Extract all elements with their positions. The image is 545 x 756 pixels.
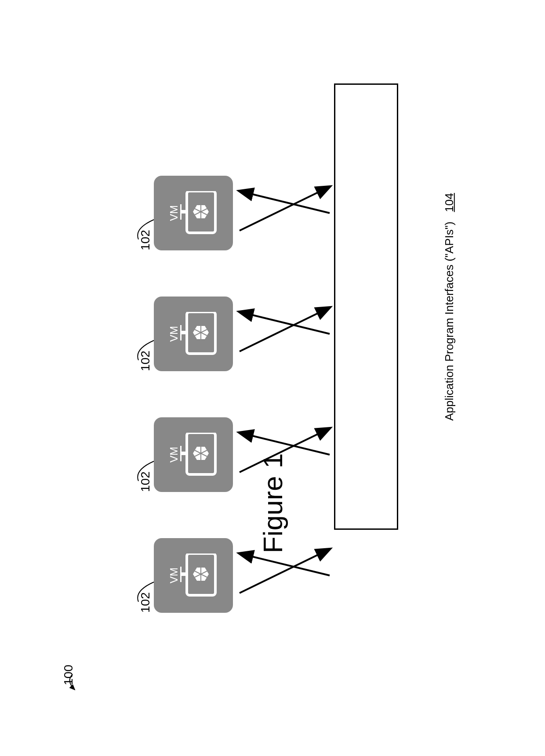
- vm-ref-label-3: 102: [138, 351, 153, 371]
- vm-ref-label-4: 102: [138, 230, 153, 250]
- svg-line-36: [240, 312, 330, 334]
- vm-node-3: VM: [154, 297, 233, 371]
- svg-line-38: [240, 191, 330, 213]
- vm-ref-label-2: 102: [138, 471, 153, 492]
- monitor-icon: [180, 312, 222, 356]
- svg-line-31: [240, 549, 330, 593]
- figure-caption: Figure 1: [257, 453, 288, 553]
- svg-line-32: [240, 553, 330, 575]
- vm-ref-label-1: 102: [138, 592, 153, 613]
- vm-node-4: VM: [154, 176, 233, 250]
- svg-line-37: [240, 187, 330, 231]
- vm-label: VM: [168, 447, 180, 463]
- vm-label: VM: [168, 326, 180, 342]
- api-label: Application Program Interfaces ("APIs"): [443, 221, 456, 420]
- vm-node-2: VM: [154, 417, 233, 492]
- vm-label: VM: [168, 205, 180, 221]
- layer-stack: Application Program Interfaces ("APIs") …: [334, 83, 398, 530]
- system-ref-arrow: [64, 672, 86, 694]
- api-ref: 104: [443, 193, 456, 212]
- api-layer: Application Program Interfaces ("APIs") …: [335, 85, 545, 528]
- vm-node-1: VM: [154, 538, 233, 613]
- vm-label: VM: [168, 568, 180, 583]
- monitor-icon: [180, 191, 222, 235]
- monitor-icon: [180, 433, 222, 477]
- svg-line-35: [240, 307, 330, 351]
- monitor-icon: [180, 553, 222, 597]
- svg-line-34: [240, 433, 330, 455]
